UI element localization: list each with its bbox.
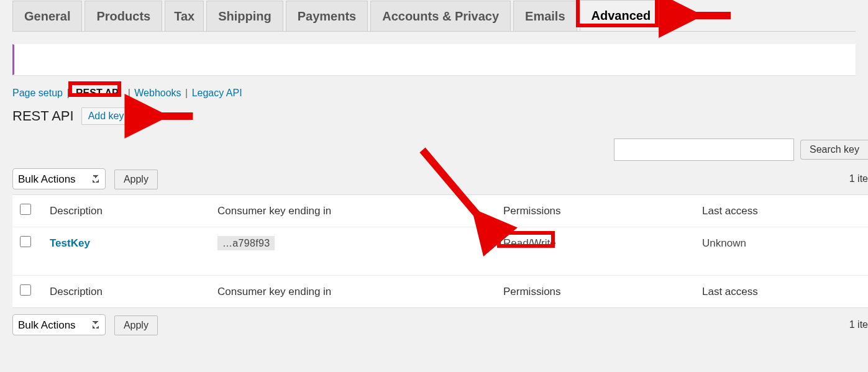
consumer-key-fragment: …a798f93 (217, 236, 275, 250)
subtab-sep: | (127, 88, 132, 98)
col-consumer-key: Consumer key ending in (210, 195, 496, 227)
bulk-apply-button-bottom[interactable]: Apply (114, 315, 158, 335)
row-checkbox[interactable] (20, 236, 31, 247)
col-consumer-key-footer: Consumer key ending in (210, 276, 496, 308)
tab-emails[interactable]: Emails (513, 1, 577, 31)
bulk-apply-button[interactable]: Apply (114, 170, 158, 189)
search-keys-button[interactable]: Search key (800, 140, 868, 160)
select-all-checkbox[interactable] (20, 204, 31, 215)
col-description[interactable]: Description (42, 195, 210, 227)
permissions-value: Read/Write (503, 237, 556, 249)
tablenav-top: Bulk Actions Apply 1 ite (0, 166, 868, 194)
subtab-page-setup[interactable]: Page setup (12, 88, 63, 98)
search-input[interactable] (614, 138, 794, 161)
tab-shipping[interactable]: Shipping (206, 1, 283, 31)
settings-tabs: General Products Tax Shipping Payments A… (12, 0, 856, 32)
tab-payments[interactable]: Payments (286, 1, 368, 31)
keys-table: Description Consumer key ending in Permi… (12, 194, 868, 308)
tab-accounts[interactable]: Accounts & Privacy (370, 1, 511, 31)
subtab-sep: | (184, 88, 189, 98)
table-row: TestKey …a798f93 Read/Write Unknown (12, 227, 868, 276)
last-access-value: Unknown (702, 237, 746, 249)
tab-tax[interactable]: Tax (165, 1, 204, 31)
search-row: Search key (0, 132, 868, 166)
tab-general[interactable]: General (12, 1, 82, 31)
subtab-rest-api[interactable]: REST API (73, 86, 124, 99)
col-description-footer: Description (42, 276, 210, 308)
items-count: 1 ite (849, 173, 868, 184)
key-title-link[interactable]: TestKey (50, 237, 90, 249)
select-all-checkbox-footer[interactable] (20, 284, 31, 296)
subtab-legacy-api[interactable]: Legacy API (192, 88, 242, 98)
col-permissions: Permissions (496, 195, 695, 227)
items-count-bottom: 1 ite (849, 319, 868, 330)
tab-products[interactable]: Products (85, 1, 162, 31)
tablenav-bottom: Bulk Actions Apply 1 ite (0, 308, 868, 340)
bulk-actions-select-bottom[interactable]: Bulk Actions (12, 314, 106, 335)
col-last-access: Last access (695, 195, 868, 227)
subtab-webhooks[interactable]: Webhooks (134, 88, 181, 98)
bulk-actions-top: Bulk Actions Apply (12, 168, 158, 189)
heading-row: REST API Add key (0, 102, 868, 132)
col-last-access-footer: Last access (695, 276, 868, 308)
bulk-actions-select[interactable]: Bulk Actions (12, 168, 106, 189)
tab-advanced[interactable]: Advanced (580, 0, 663, 31)
page-title: REST API (12, 108, 74, 124)
col-permissions-footer: Permissions (496, 276, 695, 308)
bulk-actions-bottom: Bulk Actions Apply (12, 314, 158, 335)
notice-box (12, 44, 856, 75)
add-key-button[interactable]: Add key (81, 107, 131, 125)
subsections: Page setup | REST API | Webhooks | Legac… (0, 81, 868, 102)
subtab-sep: | (65, 88, 70, 98)
